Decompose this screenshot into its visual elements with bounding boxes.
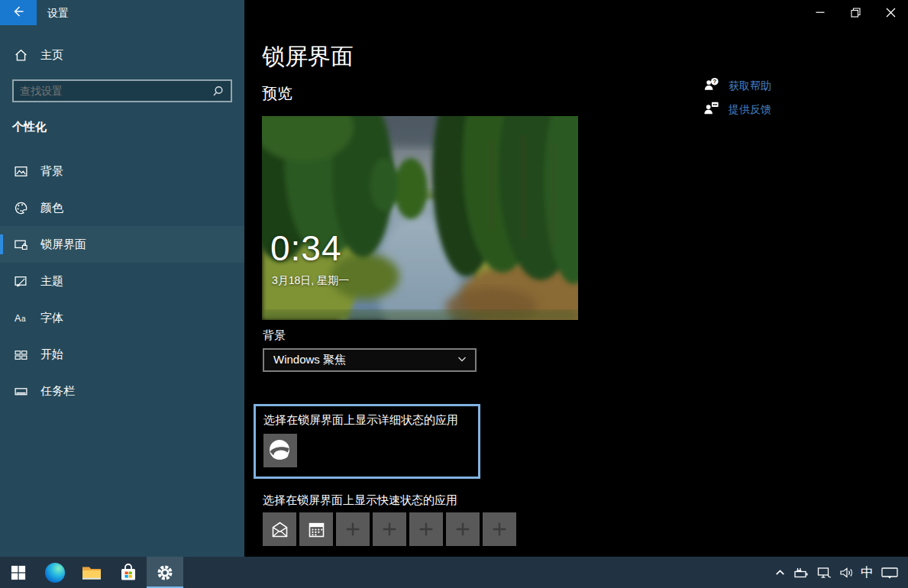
edge-button[interactable] xyxy=(37,557,73,588)
sidebar-item-label: 字体 xyxy=(40,311,63,325)
sidebar-item-label: 主题 xyxy=(40,274,63,289)
touch-keyboard-button[interactable] xyxy=(881,565,899,580)
sidebar-item-lock-screen[interactable]: 锁屏界面 xyxy=(0,226,244,263)
sidebar-item-label: 颜色 xyxy=(40,201,63,215)
arrow-left-icon xyxy=(11,4,26,22)
app-title: 设置 xyxy=(47,7,69,21)
sidebar-item-label: 主页 xyxy=(40,48,63,63)
preview-time: 0:34 xyxy=(270,228,342,269)
lock-screen-preview: 0:34 3月18日, 星期一 xyxy=(262,116,578,320)
sidebar-item-themes[interactable]: 主题 xyxy=(0,263,244,299)
detailed-status-group: 选择在锁屏界面上显示详细状态的应用 xyxy=(254,404,480,479)
minimize-button[interactable] xyxy=(803,0,838,24)
settings-button[interactable] xyxy=(147,557,183,588)
chevron-down-icon xyxy=(457,354,467,367)
background-select[interactable]: Windows 聚焦 xyxy=(263,348,477,372)
file-explorer-icon xyxy=(81,564,102,582)
detailed-status-label: 选择在锁屏界面上显示详细状态的应用 xyxy=(263,413,478,428)
sidebar-item-fonts[interactable]: Aa 字体 xyxy=(0,299,244,336)
quick-status-apps xyxy=(263,512,516,546)
background-image-icon xyxy=(13,163,28,179)
section-title-personalization: 个性化 xyxy=(12,120,47,134)
background-label: 背景 xyxy=(263,328,286,343)
add-app-icon xyxy=(418,521,435,538)
speaker-icon xyxy=(839,566,854,580)
volume-button[interactable] xyxy=(839,566,854,580)
add-app-button[interactable] xyxy=(446,512,480,546)
add-app-button[interactable] xyxy=(409,512,443,546)
sidebar-item-label: 开始 xyxy=(40,347,63,362)
add-app-button[interactable] xyxy=(373,512,406,546)
taskbar-rect-icon xyxy=(13,383,28,399)
lock-screen-wallpaper xyxy=(262,116,578,320)
search-icon[interactable] xyxy=(212,85,231,98)
colors-palette-icon xyxy=(13,200,28,215)
sidebar-nav: 背景 颜色 锁屏界面 主题 xyxy=(0,153,244,409)
edge-icon xyxy=(45,563,65,583)
add-app-button[interactable] xyxy=(336,512,370,546)
add-app-button[interactable] xyxy=(483,512,516,546)
weather-app-icon xyxy=(263,434,297,467)
page-title: 锁屏界面 xyxy=(262,41,354,73)
send-feedback-link[interactable]: 提供反馈 xyxy=(703,99,771,120)
feedback-icon xyxy=(703,99,720,120)
weather-app-button[interactable] xyxy=(263,434,297,467)
get-help-link[interactable]: ? 获取帮助 xyxy=(703,76,771,96)
get-help-icon: ? xyxy=(703,76,720,96)
file-explorer-button[interactable] xyxy=(73,557,110,588)
touch-keyboard-icon xyxy=(881,565,899,580)
calendar-app-icon xyxy=(306,519,327,540)
sidebar-item-start[interactable]: 开始 xyxy=(0,336,244,373)
search-box[interactable] xyxy=(12,79,232,102)
ime-indicator[interactable]: 中 xyxy=(861,564,874,581)
network-button[interactable] xyxy=(816,566,832,580)
preview-date: 3月18日, 星期一 xyxy=(272,274,349,288)
sidebar-item-label: 背景 xyxy=(40,164,63,179)
mail-app-button[interactable] xyxy=(263,512,296,546)
add-app-icon xyxy=(454,521,471,538)
store-icon xyxy=(119,563,137,583)
sidebar-item-label: 任务栏 xyxy=(40,384,75,399)
back-button[interactable] xyxy=(0,0,37,25)
svg-text:a: a xyxy=(21,315,26,323)
quick-status-label: 选择在锁屏界面上显示快速状态的应用 xyxy=(263,493,457,508)
sidebar-item-home[interactable]: 主页 xyxy=(0,37,244,73)
close-icon xyxy=(886,8,896,18)
calendar-app-button[interactable] xyxy=(299,512,333,546)
restore-button[interactable] xyxy=(838,0,873,24)
send-feedback-label: 提供反馈 xyxy=(729,103,771,117)
svg-text:?: ? xyxy=(713,78,716,85)
sidebar-item-colors[interactable]: 颜色 xyxy=(0,189,244,226)
close-button[interactable] xyxy=(873,0,908,24)
home-icon xyxy=(13,47,28,63)
store-button[interactable] xyxy=(110,557,147,588)
sidebar-item-label: 锁屏界面 xyxy=(40,237,86,252)
preview-label: 预览 xyxy=(262,83,292,104)
add-app-icon xyxy=(381,521,398,538)
chevron-up-icon xyxy=(774,566,787,579)
restore-icon xyxy=(851,8,861,18)
fonts-icon: Aa xyxy=(13,310,28,325)
battery-button[interactable] xyxy=(793,566,809,580)
battery-plug-icon xyxy=(793,566,809,580)
taskbar xyxy=(0,557,908,588)
start-button[interactable] xyxy=(0,557,37,588)
sidebar-item-background[interactable]: 背景 xyxy=(0,153,244,189)
window-controls xyxy=(803,0,908,24)
add-app-icon xyxy=(491,521,508,538)
sidebar-item-taskbar[interactable]: 任务栏 xyxy=(0,373,244,409)
get-help-label: 获取帮助 xyxy=(729,79,771,93)
lock-screen-icon xyxy=(13,237,28,252)
background-select-value: Windows 聚焦 xyxy=(273,353,346,367)
gear-icon xyxy=(156,564,174,582)
windows-logo-icon xyxy=(11,565,26,580)
svg-text:A: A xyxy=(15,313,21,324)
start-layout-icon xyxy=(13,347,28,362)
tray-expand-button[interactable] xyxy=(774,566,787,579)
minimize-icon xyxy=(816,8,825,17)
mail-app-icon xyxy=(270,519,290,540)
themes-icon xyxy=(13,273,28,289)
add-app-icon xyxy=(344,521,361,538)
system-tray: 中 xyxy=(774,557,899,588)
search-input[interactable] xyxy=(14,85,212,97)
